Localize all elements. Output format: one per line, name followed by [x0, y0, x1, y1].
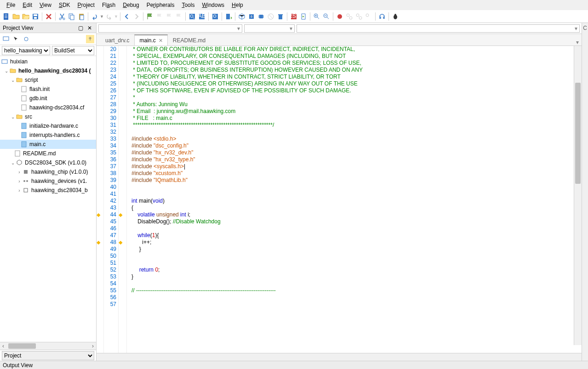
run-icon[interactable] [299, 12, 308, 21]
tree-readme[interactable]: README.md [0, 149, 96, 158]
project-select[interactable]: hello_haawking [2, 46, 50, 55]
tree-dsc[interactable]: ›haawking_dsc28034_b [0, 186, 96, 195]
menu-project[interactable]: Project [74, 1, 98, 9]
open-folder-icon[interactable] [11, 12, 21, 21]
paste-icon[interactable] [77, 12, 86, 21]
tab-main[interactable]: main.c✕ [134, 34, 167, 45]
rst-icon[interactable]: RST [289, 12, 298, 21]
tree-hscroll[interactable]: ‹› [0, 342, 96, 350]
tree-root[interactable]: huixian [0, 57, 96, 66]
menu-help[interactable]: Help [228, 1, 247, 9]
tree-cfg[interactable]: haawking-dsc28034.cf [0, 103, 96, 112]
right-strip: C [582, 23, 588, 361]
panel-close-icon[interactable]: ✕ [86, 24, 93, 32]
stop-icon[interactable] [266, 12, 275, 21]
headset-icon[interactable] [377, 12, 387, 21]
redo-icon[interactable] [104, 12, 114, 21]
bookmark-next-icon[interactable] [165, 12, 174, 21]
record-icon[interactable] [335, 12, 344, 21]
link2-icon[interactable] [354, 12, 364, 21]
tree-int-c[interactable]: interrupts-handlers.c [0, 131, 96, 140]
tree-script-folder[interactable]: ⌄script [0, 75, 96, 85]
svg-rect-23 [279, 15, 282, 19]
bookmark-prev-icon[interactable] [155, 12, 164, 21]
link1-icon[interactable] [345, 12, 354, 21]
tree-src-folder[interactable]: ⌄src [0, 112, 96, 121]
svg-point-8 [63, 18, 65, 20]
build-icon[interactable] [224, 12, 233, 21]
svg-rect-43 [22, 132, 26, 138]
zoom-out-icon[interactable] [322, 12, 331, 21]
tree-flash-init[interactable]: flash.init [0, 85, 96, 94]
tree-chip[interactable]: ›haawking_chip (v1.0.0) [0, 167, 96, 176]
svg-rect-49 [24, 188, 28, 192]
link3-icon[interactable] [364, 12, 373, 21]
menu-sdk[interactable]: SDK [55, 1, 74, 9]
bug-icon[interactable] [391, 12, 400, 21]
menu-windows[interactable]: Windows [198, 1, 228, 9]
find-replace-icon[interactable]: AB [197, 12, 206, 21]
new-file-icon[interactable] [2, 12, 11, 21]
monitor-icon[interactable] [2, 35, 10, 43]
find-icon[interactable] [188, 12, 197, 21]
tab-readme[interactable]: README.md [168, 34, 211, 45]
save-icon[interactable] [31, 12, 40, 21]
svg-rect-44 [22, 142, 26, 147]
svg-rect-3 [5, 17, 7, 18]
menu-edit[interactable]: Edit [19, 1, 36, 9]
cursor-icon[interactable] [12, 35, 20, 43]
tabs-overflow-icon[interactable]: ▾ [573, 39, 582, 45]
crumb-box-1[interactable]: ▾ [98, 24, 242, 33]
chip-icon[interactable] [257, 12, 266, 21]
view-select[interactable]: Project [2, 351, 94, 360]
bookmark-flag-icon[interactable] [145, 12, 154, 21]
forward-icon[interactable] [132, 12, 141, 21]
buildset-select[interactable]: BuildSet [52, 46, 94, 55]
box-icon[interactable] [237, 12, 246, 21]
undo-icon[interactable] [90, 12, 99, 21]
menu-view[interactable]: View [36, 1, 55, 9]
crumb-box-2[interactable]: ▾ [244, 24, 295, 33]
download-icon[interactable] [247, 12, 256, 21]
back-icon[interactable] [122, 12, 131, 21]
open-icon[interactable] [21, 12, 30, 21]
editor-vscroll[interactable] [574, 46, 582, 345]
editor-area: ▾ ▾ ▾ uart_drv.c main.c✕ README.md ▾ ◆◆ … [97, 23, 582, 361]
pin-icon[interactable] [86, 35, 94, 43]
tree-sdk[interactable]: ⌄DSC28034_SDK (v1.0.0) [0, 158, 96, 167]
tree-hw-c[interactable]: initialize-hardware.c [0, 121, 96, 131]
project-tree[interactable]: huixian ⌄hello_haawking_dsc28034 ( ⌄scri… [0, 56, 96, 342]
svg-point-29 [337, 14, 342, 19]
tree-main-c[interactable]: main.c [0, 140, 96, 149]
crumb-box-3[interactable]: ▾ [297, 24, 580, 33]
code-area[interactable]: ◆◆ 2021222324252627282930313233343536373… [97, 46, 582, 353]
svg-point-32 [356, 14, 359, 17]
menu-flash[interactable]: Flash [98, 1, 119, 9]
tree-devices[interactable]: ›haawking_devices (v1. [0, 176, 96, 186]
tab-close-icon[interactable]: ✕ [159, 38, 163, 44]
menu-tools[interactable]: Tools [178, 1, 198, 9]
tree-project[interactable]: ⌄hello_haawking_dsc28034 ( [0, 66, 96, 75]
cut-icon[interactable] [57, 12, 67, 21]
menu-peripherals[interactable]: Peripherals [143, 1, 178, 9]
copy-icon[interactable] [67, 12, 76, 21]
svg-rect-41 [22, 105, 26, 110]
breadcrumb-bar: ▾ ▾ ▾ [97, 23, 582, 34]
svg-point-34 [366, 14, 369, 17]
tab-uart[interactable]: uart_drv.c [100, 34, 134, 45]
svg-point-36 [394, 14, 396, 16]
close-icon[interactable] [44, 12, 53, 21]
find-in-files-icon[interactable] [211, 12, 220, 21]
delete-icon[interactable] [276, 12, 285, 21]
zoom-in-icon[interactable] [312, 12, 321, 21]
svg-rect-40 [22, 96, 26, 101]
refresh-icon[interactable] [22, 35, 30, 43]
svg-rect-5 [34, 14, 37, 16]
editor-hscroll[interactable] [97, 353, 582, 361]
menu-file[interactable]: File [3, 1, 19, 9]
tree-gdb-init[interactable]: gdb.init [0, 94, 96, 103]
bookmark-clear-icon[interactable] [174, 12, 183, 21]
panel-pin-icon[interactable]: ▢ [77, 24, 84, 32]
menu-debug[interactable]: Debug [119, 1, 143, 9]
output-view-header[interactable]: Output View [0, 361, 588, 369]
